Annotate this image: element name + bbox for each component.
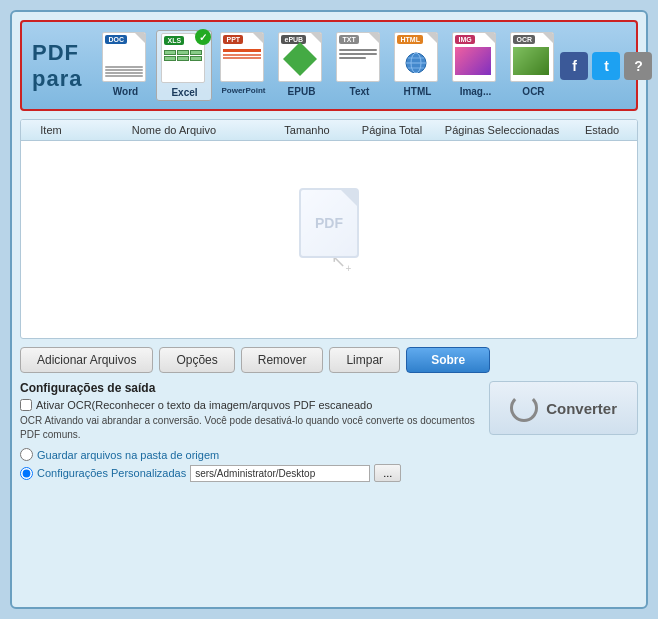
excel-tag: XLS	[164, 36, 184, 45]
ppt-icon-wrapper: PPT	[220, 32, 266, 84]
ppt-tag: PPT	[223, 35, 243, 44]
remove-button[interactable]: Remover	[241, 347, 324, 373]
save-origin-radio[interactable]	[20, 448, 33, 461]
toolbar-section: PDF para DOC	[20, 20, 638, 111]
html-doc-icon: HTML	[394, 32, 438, 82]
format-ocr[interactable]: OCR OCR	[506, 30, 560, 101]
config-title: Configurações de saída	[20, 381, 479, 395]
word-doc-icon: DOC	[102, 32, 146, 82]
add-files-button[interactable]: Adicionar Arquivos	[20, 347, 153, 373]
clear-button[interactable]: Limpar	[329, 347, 400, 373]
ppt-line2	[223, 54, 261, 56]
image-label: Imag...	[460, 86, 492, 97]
excel-label: Excel	[171, 87, 197, 98]
image-icon-wrapper: IMG	[452, 32, 498, 84]
excel-icon-wrapper: XLS ✓	[161, 33, 207, 85]
txt-label: Text	[350, 86, 370, 97]
left-config: Configurações de saída Ativar OCR(Reconh…	[20, 381, 479, 488]
bottom-section: Configurações de saída Ativar OCR(Reconh…	[20, 381, 638, 488]
word-line3	[105, 72, 143, 74]
table-header: Item Nome do Arquivo Tamanho Página Tota…	[21, 120, 637, 141]
epub-doc-icon: ePUB	[278, 32, 322, 82]
format-html[interactable]: HTML HT	[390, 30, 444, 101]
format-excel[interactable]: XLS ✓ Excel	[156, 30, 212, 101]
excel-grid	[162, 48, 204, 63]
format-epub[interactable]: ePUB EPUB	[274, 30, 328, 101]
ppt-line3	[223, 57, 261, 59]
custom-config-radio[interactable]	[20, 467, 33, 480]
convert-area: Converter	[489, 381, 638, 435]
col-name: Nome do Arquivo	[81, 124, 267, 136]
html-globe-icon	[400, 49, 432, 73]
xls-cell1	[164, 50, 176, 55]
html-icon-wrapper: HTML	[394, 32, 440, 84]
options-button[interactable]: Opções	[159, 347, 234, 373]
format-icons: DOC Word	[98, 30, 560, 101]
drop-area: PDF ↖+	[299, 188, 359, 274]
facebook-button[interactable]: f	[560, 52, 588, 80]
txt-tag: TXT	[339, 35, 358, 44]
word-label: Word	[113, 86, 138, 97]
convert-spin-icon	[510, 394, 538, 422]
epub-tag: ePUB	[281, 35, 306, 44]
table-body[interactable]: PDF ↖+	[21, 141, 637, 321]
bottom-buttons: Adicionar Arquivos Opções Remover Limpar…	[20, 347, 638, 373]
ocr-label: OCR	[522, 86, 544, 97]
about-button[interactable]: Sobre	[406, 347, 490, 373]
ocr-checkbox[interactable]	[20, 399, 32, 411]
file-table: Item Nome do Arquivo Tamanho Página Tota…	[20, 119, 638, 339]
ocr-tag: OCR	[513, 35, 535, 44]
word-icon-content	[105, 66, 143, 77]
txt-lines	[337, 47, 379, 61]
image-tag: IMG	[455, 35, 474, 44]
path-input[interactable]	[190, 465, 370, 482]
ocr-doc-icon: OCR	[510, 32, 554, 82]
drop-pdf-icon: PDF	[299, 188, 359, 258]
col-total: Página Total	[347, 124, 437, 136]
xls-cell4	[164, 56, 176, 61]
word-line2	[105, 69, 143, 71]
col-status: Estado	[567, 124, 637, 136]
txt-doc-icon: TXT	[336, 32, 380, 82]
ocr-icon-wrapper: OCR	[510, 32, 556, 84]
word-line1	[105, 66, 143, 68]
format-txt[interactable]: TXT Text	[332, 30, 386, 101]
ocr-info-text: OCR Ativando vai abrandar a conversão. V…	[20, 414, 479, 442]
txt-line1	[339, 49, 377, 51]
ocr-content	[513, 47, 549, 75]
html-content	[395, 47, 437, 75]
output-config: Configurações de saída Ativar OCR(Reconh…	[20, 381, 479, 482]
txt-icon-wrapper: TXT	[336, 32, 382, 84]
app-title: PDF para	[32, 40, 82, 92]
xls-cell6	[190, 56, 202, 61]
help-button[interactable]: ?	[624, 52, 652, 80]
ocr-checkbox-row: Ativar OCR(Reconhecer o texto da imagem/…	[20, 399, 479, 411]
col-item: Item	[21, 124, 81, 136]
format-image[interactable]: IMG Imag...	[448, 30, 502, 101]
xls-cell2	[177, 50, 189, 55]
ocr-checkbox-label[interactable]: Ativar OCR(Reconhecer o texto da imagem/…	[36, 399, 372, 411]
epub-diamond	[284, 42, 318, 76]
col-size: Tamanho	[267, 124, 347, 136]
twitter-button[interactable]: t	[592, 52, 620, 80]
convert-button[interactable]: Converter	[510, 394, 617, 422]
format-word[interactable]: DOC Word	[98, 30, 152, 101]
format-ppt[interactable]: PPT PowerPoint	[216, 30, 270, 101]
main-container: PDF para DOC	[10, 10, 648, 609]
col-selected: Páginas Seleccionadas	[437, 124, 567, 136]
ppt-label: PowerPoint	[221, 86, 265, 95]
browse-button[interactable]: ...	[374, 464, 401, 482]
save-origin-label[interactable]: Guardar arquivos na pasta de origem	[37, 449, 219, 461]
custom-config-label[interactable]: Configurações Personalizadas	[37, 467, 186, 479]
xls-cell3	[190, 50, 202, 55]
txt-line3	[339, 57, 366, 59]
epub-label: EPUB	[288, 86, 316, 97]
ppt-line1	[223, 49, 261, 52]
convert-label: Converter	[546, 400, 617, 417]
custom-config-row: Configurações Personalizadas ...	[20, 464, 479, 482]
txt-line2	[339, 53, 377, 55]
word-tag: DOC	[105, 35, 127, 44]
toolbar-right: f t ?	[560, 52, 652, 80]
ppt-doc-icon: PPT	[220, 32, 264, 82]
image-doc-icon: IMG	[452, 32, 496, 82]
